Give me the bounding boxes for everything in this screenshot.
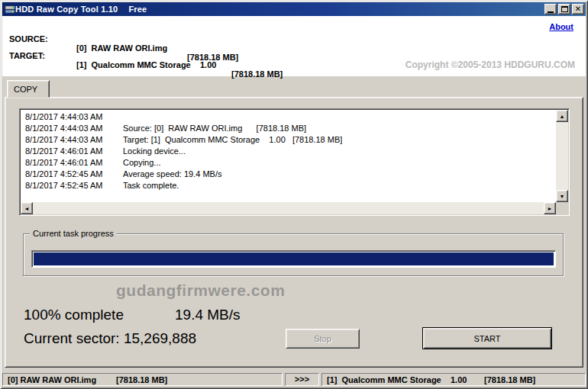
current-sector-text: Current sector: 15,269,888 (24, 330, 196, 347)
status-target-name: [1] Qualcomm MMC Storage 1.00 (327, 375, 467, 384)
start-button[interactable]: START (422, 327, 552, 349)
log-time: 8/1/2017 4:44:03 AM (25, 111, 123, 123)
close-icon: ✕ (575, 5, 581, 13)
log-line: 8/1/2017 4:46:01 AMLocking device... (21, 146, 555, 157)
log-time: 8/1/2017 4:52:45 AM (25, 169, 123, 180)
scroll-right-icon[interactable]: ► (544, 202, 556, 214)
target-value: [1] Qualcomm MMC Storage 1.00 (76, 60, 216, 69)
target-label: TARGET: (9, 51, 45, 60)
log-message: Locking device... (123, 146, 186, 156)
log-time: 8/1/2017 4:52:45 AM (25, 180, 123, 191)
log-message: Average speed: 19.4 MB/s (123, 169, 221, 178)
maximize-button[interactable] (558, 4, 570, 14)
log-line: 8/1/2017 4:46:01 AMCopying... (21, 157, 555, 169)
watermark-text: gudangfirmwere.com (116, 281, 285, 300)
log-line: 8/1/2017 4:44:03 AMTarget: [1] Qualcomm … (21, 134, 555, 146)
stop-button[interactable]: Stop (286, 329, 360, 349)
progress-bar (31, 250, 556, 268)
close-button[interactable]: ✕ (572, 4, 584, 14)
percent-complete-text: 100% complete (24, 307, 124, 323)
progress-group-label: Current task progress (30, 229, 117, 238)
log-time: 8/1/2017 4:46:01 AM (25, 157, 123, 169)
status-source-size: [7818.18 MB] (116, 375, 167, 384)
target-row: TARGET: [1] Qualcomm MMC Storage 1.00 [7… (2, 42, 586, 53)
tab-copy[interactable]: COPY (7, 80, 50, 98)
log-line: 8/1/2017 4:44:03 AMSource: [0] RAW RAW O… (21, 123, 555, 134)
scrollbar-corner (556, 202, 568, 214)
status-target-panel: [1] Qualcomm MMC Storage 1.00 [7818.18 M… (321, 373, 586, 386)
log-listbox[interactable]: 8/1/2017 4:44:03 AM 8/1/2017 4:44:03 AMS… (19, 108, 570, 216)
window-title: HDD Raw Copy Tool 1.10 (15, 5, 118, 14)
window-title-badge: Free (128, 5, 147, 14)
scroll-up-icon[interactable]: ▲ (556, 110, 568, 122)
log-lines: 8/1/2017 4:44:03 AM 8/1/2017 4:44:03 AMS… (21, 111, 555, 201)
minimize-icon (548, 11, 554, 13)
scroll-left-icon[interactable]: ◄ (21, 202, 33, 214)
status-arrows-panel: >>> (285, 373, 319, 386)
title-bar[interactable]: HDD Raw Copy Tool 1.10 Free ✕ (2, 2, 586, 16)
speed-text: 19.4 MB/s (175, 307, 241, 323)
status-arrows: >>> (295, 374, 309, 385)
vertical-scrollbar[interactable]: ▲ ▼ (556, 110, 568, 202)
status-source-name: [0] RAW RAW ORI.img (8, 375, 96, 384)
copyright-text: Copyright ©2005-2013 HDDGURU.COM (405, 59, 575, 70)
device-header: SOURCE: [0] RAW RAW ORI.img [7818.18 MB]… (2, 16, 586, 76)
log-message: Target: [1] Qualcomm MMC Storage 1.00 [7… (123, 135, 342, 144)
log-time: 8/1/2017 4:44:03 AM (25, 134, 123, 146)
status-bar: [0] RAW RAW ORI.img [7818.18 MB] >>> [1]… (2, 372, 586, 387)
log-time: 8/1/2017 4:44:03 AM (25, 123, 123, 134)
source-row: SOURCE: [0] RAW RAW ORI.img [7818.18 MB] (2, 25, 586, 36)
log-time: 8/1/2017 4:46:01 AM (25, 146, 123, 157)
minimize-button[interactable] (544, 4, 557, 14)
about-link[interactable]: About (549, 22, 573, 31)
log-message: Copying... (123, 158, 161, 167)
maximize-icon (561, 6, 568, 12)
log-message: Task complete. (123, 181, 179, 190)
progress-fill (34, 252, 554, 265)
log-line: 8/1/2017 4:52:45 AMAverage speed: 19.4 M… (21, 169, 555, 180)
log-message: Source: [0] RAW RAW ORI.img [7818.18 MB] (123, 124, 306, 133)
target-size: [7818.18 MB] (231, 69, 283, 79)
progress-groupbox: Current task progress (23, 233, 564, 276)
log-line: 8/1/2017 4:44:03 AM (21, 111, 555, 123)
status-target-size: [7818.18 MB] (484, 375, 535, 384)
log-line: 8/1/2017 4:52:45 AMTask complete. (21, 180, 555, 191)
horizontal-scrollbar[interactable]: ◄ ► (21, 202, 556, 214)
app-icon (5, 5, 15, 14)
app-window: HDD Raw Copy Tool 1.10 Free ✕ SOURCE: [0… (0, 0, 588, 389)
scroll-down-icon[interactable]: ▼ (556, 190, 568, 202)
status-source-panel: [0] RAW RAW ORI.img [7818.18 MB] (2, 373, 283, 386)
